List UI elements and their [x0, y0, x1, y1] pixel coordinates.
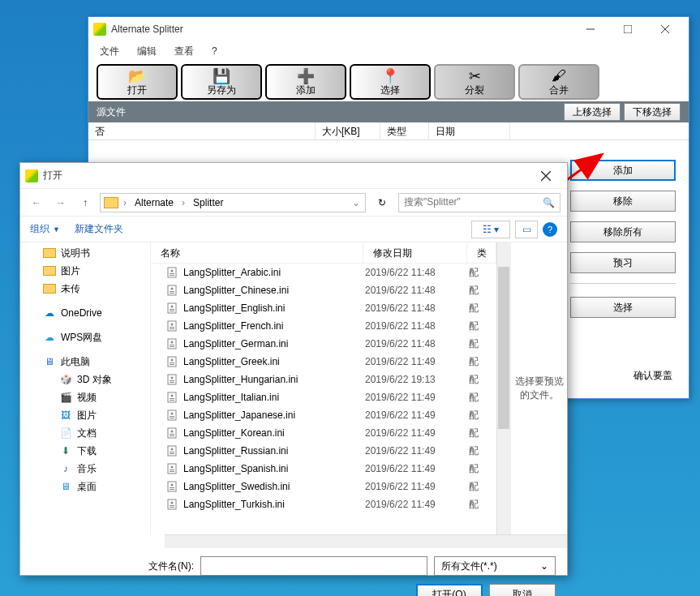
preview-button[interactable]: 预习 — [570, 252, 676, 273]
tree-label: 此电脑 — [61, 355, 90, 369]
tree-node-视频[interactable]: 🎬视频 — [20, 388, 150, 406]
toolbar-添加-button[interactable]: ➕添加 — [265, 64, 346, 100]
menu-file[interactable]: 文件 — [97, 43, 122, 60]
tree-node-说明书[interactable]: 说明书 — [20, 244, 150, 262]
maximize-button[interactable] — [609, 17, 646, 41]
scrollbar-thumb[interactable] — [498, 267, 509, 429]
file-filter-select[interactable]: 所有文件(*.*)⌄ — [434, 556, 556, 576]
remove-button[interactable]: 移除 — [570, 191, 676, 212]
file-row[interactable]: LangSplitter_Japanese.ini2019/6/22 11:49… — [151, 406, 496, 424]
organize-menu[interactable]: 组织 — [30, 222, 49, 236]
dropdown-icon[interactable]: ⌄ — [350, 197, 362, 208]
breadcrumb[interactable]: Splitter — [190, 197, 226, 208]
tree-node-音乐[interactable]: ♪音乐 — [20, 460, 150, 478]
help-button[interactable]: ? — [543, 222, 557, 237]
address-bar[interactable]: › Alternate › Splitter ⌄ — [100, 193, 366, 212]
tree-node-WPS网盘[interactable]: ☁WPS网盘 — [20, 328, 150, 346]
remove-all-button[interactable]: 移除所有 — [570, 221, 676, 242]
header-type[interactable]: 类 — [467, 242, 496, 264]
nav-forward-button[interactable]: → — [51, 193, 71, 212]
folder-icon — [43, 282, 56, 295]
tree-node-3D 对象[interactable]: 🎲3D 对象 — [20, 371, 150, 388]
tree-label: 图片 — [77, 409, 97, 422]
chevron-icon[interactable]: › — [122, 197, 128, 208]
toolbar-另存为-button[interactable]: 💾另存为 — [181, 64, 262, 100]
tree-node-图片[interactable]: 🖼图片 — [20, 406, 150, 424]
tree-node-未传[interactable]: 未传 — [20, 280, 150, 298]
horizontal-scrollbar[interactable] — [165, 534, 567, 548]
new-folder-button[interactable]: 新建文件夹 — [75, 222, 123, 236]
file-row[interactable]: LangSplitter_Korean.ini2019/6/22 11:49配 — [151, 424, 496, 442]
file-row[interactable]: LangSplitter_Arabic.ini2019/6/22 11:48配 — [151, 264, 496, 281]
file-row[interactable]: LangSplitter_Hungarian.ini2019/6/22 19:1… — [151, 371, 496, 388]
tree-node-桌面[interactable]: 🖥桌面 — [20, 478, 150, 495]
nav-back-button[interactable]: ← — [27, 193, 46, 212]
main-titlebar[interactable]: Alternate Splitter — [88, 17, 689, 41]
file-row[interactable]: LangSplitter_German.ini2019/6/22 11:48配 — [151, 335, 496, 353]
cancel-button[interactable]: 取消 — [489, 584, 556, 596]
header-date[interactable]: 修改日期 — [363, 242, 467, 264]
tree-node-文档[interactable]: 📄文档 — [20, 424, 150, 442]
file-name: LangSplitter_Russian.ini — [183, 445, 365, 457]
filename-input[interactable] — [200, 556, 427, 576]
file-row[interactable]: LangSplitter_Greek.ini2019/6/22 11:49配 — [151, 353, 496, 371]
file-row[interactable]: LangSplitter_Russian.ini2019/6/22 11:49配 — [151, 442, 496, 460]
dialog-titlebar[interactable]: 打开 — [20, 163, 567, 189]
add-button[interactable]: 添加 — [570, 160, 676, 181]
file-date: 2019/6/22 11:48 — [365, 285, 469, 296]
close-button[interactable] — [646, 17, 684, 41]
menu-edit[interactable]: 编辑 — [134, 43, 160, 60]
tree-label: 3D 对象 — [77, 373, 112, 387]
file-list[interactable]: 名称 修改日期 类 LangSplitter_Arabic.ini2019/6/… — [151, 242, 496, 534]
menu-help[interactable]: ? — [208, 44, 221, 58]
col-date[interactable]: 日期 — [429, 122, 510, 140]
header-name[interactable]: 名称 — [151, 242, 363, 264]
ini-file-icon — [165, 337, 178, 350]
svg-rect-26 — [170, 346, 174, 347]
file-name: LangSplitter_Chinese.ini — [183, 285, 365, 296]
move-down-button[interactable]: 下移选择 — [624, 103, 681, 121]
source-label: 源文件 — [97, 105, 560, 119]
dialog-close-button[interactable] — [530, 165, 562, 187]
toolbar-选择-button[interactable]: 📍选择 — [350, 64, 431, 100]
search-input[interactable]: 搜索"Splitter" 🔍 — [398, 193, 560, 212]
file-name: LangSplitter_Greek.ini — [183, 356, 365, 367]
folder-tree[interactable]: 说明书图片未传☁OneDrive☁WPS网盘🖥此电脑🎲3D 对象🎬视频🖼图片📄文… — [20, 242, 151, 534]
col-no[interactable]: 否 — [88, 122, 316, 140]
file-row[interactable]: LangSplitter_Turkish.ini2019/6/22 11:49配 — [151, 495, 496, 513]
tree-node-下载[interactable]: ⬇下载 — [20, 442, 150, 460]
svg-rect-34 — [170, 382, 174, 383]
toolbar-icon: 📂 — [128, 67, 146, 84]
tree-node-OneDrive[interactable]: ☁OneDrive — [20, 304, 150, 322]
col-type[interactable]: 类型 — [380, 122, 429, 140]
chevron-icon[interactable]: › — [180, 197, 187, 208]
file-row[interactable]: LangSplitter_French.ini2019/6/22 11:48配 — [151, 317, 496, 335]
svg-rect-55 — [168, 482, 176, 491]
vertical-scrollbar[interactable] — [496, 242, 510, 534]
tree-node-图片[interactable]: 图片 — [20, 262, 150, 280]
video-icon: 🎬 — [59, 391, 72, 404]
col-size[interactable]: 大小[KB] — [316, 122, 380, 140]
tree-node-此电脑[interactable]: 🖥此电脑 — [20, 353, 150, 371]
file-row[interactable]: LangSplitter_English.ini2019/6/22 11:48配 — [151, 299, 496, 317]
file-row[interactable]: LangSplitter_Swedish.ini2019/6/22 11:49配 — [151, 478, 496, 495]
refresh-button[interactable]: ↻ — [371, 193, 393, 212]
view-options-button[interactable]: ☷ ▾ — [471, 221, 510, 238]
preview-pane-button[interactable]: ▭ — [515, 221, 538, 238]
move-up-button[interactable]: 上移选择 — [564, 103, 621, 121]
file-type: 配 — [469, 266, 479, 280]
nav-up-button[interactable]: ↑ — [75, 193, 95, 212]
breadcrumb[interactable]: Alternate — [131, 197, 177, 208]
file-row[interactable]: LangSplitter_Italian.ini2019/6/22 11:49配 — [151, 388, 496, 406]
svg-rect-11 — [168, 285, 176, 295]
open-file-button[interactable]: 打开(O) — [416, 584, 483, 596]
menu-view[interactable]: 查看 — [171, 43, 197, 60]
minimize-button[interactable] — [572, 17, 609, 41]
file-row[interactable]: LangSplitter_Spanish.ini2019/6/22 11:49配 — [151, 460, 496, 478]
search-placeholder: 搜索"Splitter" — [404, 195, 543, 209]
choose-button[interactable]: 选择 — [570, 297, 676, 318]
toolbar-打开-button[interactable]: 📂打开 — [97, 64, 178, 100]
dropdown-icon[interactable]: ▼ — [53, 225, 60, 234]
svg-rect-13 — [170, 291, 174, 292]
file-row[interactable]: LangSplitter_Chinese.ini2019/6/22 11:48配 — [151, 281, 496, 299]
